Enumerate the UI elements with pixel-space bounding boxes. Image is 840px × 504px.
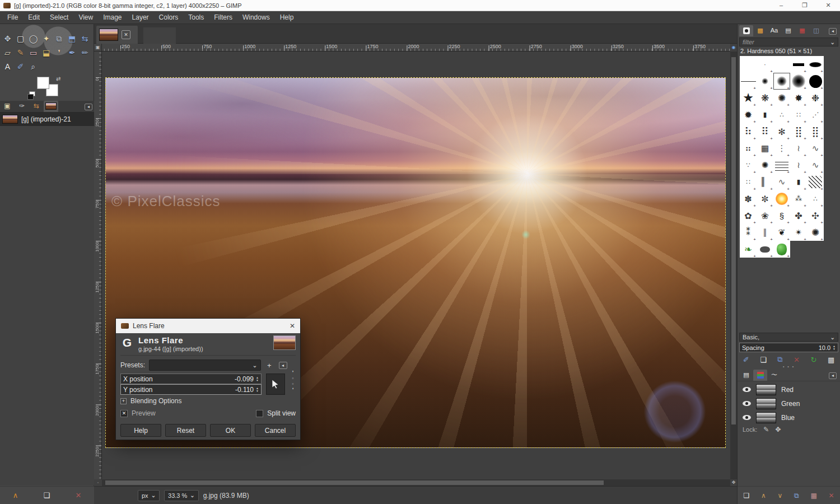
brush-star[interactable]: ★ bbox=[740, 90, 757, 106]
spacing-spinner[interactable]: ▲ ▼ bbox=[833, 345, 836, 350]
brush-hlines[interactable] bbox=[773, 157, 790, 174]
brush-sun[interactable] bbox=[773, 190, 790, 207]
blending-options-expander[interactable]: + Blending Options bbox=[120, 397, 181, 405]
tab-patterns[interactable]: ▩ bbox=[753, 25, 767, 36]
menu-windows[interactable]: Windows bbox=[237, 11, 275, 24]
clone-tool[interactable]: ⬓ bbox=[40, 46, 53, 60]
presets-select[interactable]: ⌄ bbox=[149, 360, 261, 371]
vertical-scrollbar[interactable] bbox=[730, 52, 737, 479]
y-position-slider[interactable]: Y position -0.110 ▲ ▼ bbox=[120, 384, 262, 395]
spacing-slider[interactable]: Spacing 10.0 ▲ ▼ bbox=[739, 343, 838, 352]
brush-splat-d[interactable]: ❉ bbox=[807, 90, 824, 106]
brush-fuzz-c[interactable]: ✼ bbox=[757, 190, 773, 207]
dock-menu-button[interactable]: ◂ bbox=[829, 28, 837, 35]
preview-checkbox[interactable]: ✕ bbox=[120, 410, 128, 417]
spin-down-icon[interactable]: ▼ bbox=[256, 379, 259, 382]
menu-image[interactable]: Image bbox=[98, 11, 127, 24]
brush-soft-lg[interactable] bbox=[790, 73, 807, 90]
lower-channel-button[interactable]: ∨ bbox=[777, 492, 782, 500]
spin-down-icon[interactable]: ▼ bbox=[833, 348, 836, 351]
brush-scratch[interactable]: ∿ bbox=[807, 140, 824, 157]
brush-burst[interactable]: ✴ bbox=[790, 224, 807, 241]
menu-file[interactable]: File bbox=[2, 11, 23, 24]
brush-specks-b[interactable]: ∷ bbox=[790, 106, 807, 123]
new-channel-button[interactable]: ❏ bbox=[743, 492, 749, 500]
tab-undo-history[interactable]: ⇆ bbox=[29, 101, 44, 112]
delete-image-button[interactable]: ✕ bbox=[75, 491, 81, 500]
tab-palettes[interactable]: ▦ bbox=[795, 25, 809, 36]
brush-confetti-b[interactable]: ∴ bbox=[807, 190, 824, 207]
text-tool[interactable]: A bbox=[1, 60, 14, 74]
brush-soft-md[interactable] bbox=[773, 73, 790, 90]
unit-select[interactable]: px ⌄ bbox=[138, 490, 160, 501]
zoom-select[interactable]: 33.3 % ⌄ bbox=[164, 490, 199, 501]
channel-to-selection-button[interactable]: ▦ bbox=[810, 492, 816, 500]
paths-tool[interactable]: ✐ bbox=[14, 60, 27, 74]
canvas-menu-icon[interactable]: ◉ bbox=[730, 44, 737, 52]
edit-brush-button[interactable]: ✐ bbox=[743, 356, 749, 364]
manage-presets-icon[interactable]: ◂ bbox=[279, 362, 287, 369]
lock-position-icon[interactable]: ✥ bbox=[775, 426, 781, 433]
spacing-value[interactable]: 10.0 bbox=[819, 344, 830, 351]
tab-layers[interactable]: ▤ bbox=[739, 370, 753, 381]
crop-tool[interactable]: ⧉ bbox=[53, 32, 66, 46]
brush-soft-sm[interactable] bbox=[757, 73, 773, 90]
brush-ellipse[interactable] bbox=[807, 56, 824, 73]
menu-select[interactable]: Select bbox=[45, 11, 73, 24]
brush-wilber[interactable] bbox=[757, 241, 773, 258]
lock-pixels-icon[interactable]: ✎ bbox=[763, 426, 769, 433]
menu-colors[interactable]: Colors bbox=[154, 11, 184, 24]
brush-fuzz-b[interactable]: ✽ bbox=[740, 190, 757, 207]
smudge-tool[interactable]: ❜ bbox=[53, 46, 66, 60]
tab-images[interactable] bbox=[44, 101, 58, 112]
brush-vine[interactable]: ❧ bbox=[740, 241, 757, 258]
tab-device-status[interactable]: ✑ bbox=[15, 101, 29, 112]
channel-row-green[interactable]: Green bbox=[738, 396, 840, 410]
airbrush-tool[interactable]: ✏ bbox=[78, 46, 91, 60]
brush-leafblob[interactable]: ❦ bbox=[773, 224, 790, 241]
rectangle-select-tool[interactable]: ▢ bbox=[14, 32, 27, 46]
fuzzy-select-tool[interactable]: ✦ bbox=[40, 32, 53, 46]
ok-button[interactable]: OK bbox=[210, 424, 251, 437]
y-position-spinner[interactable]: ▲ ▼ bbox=[256, 387, 259, 392]
vertical-scrollbar-thumb[interactable] bbox=[731, 57, 736, 424]
duplicate-channel-button[interactable]: ⧉ bbox=[794, 492, 799, 500]
brush-smear[interactable]: ≀ bbox=[790, 157, 807, 174]
eraser-tool[interactable]: ▭ bbox=[27, 46, 40, 60]
tab-gradients[interactable]: ◫ bbox=[809, 25, 823, 36]
brush-round-a[interactable]: ✿ bbox=[740, 207, 757, 224]
brush-splat-c[interactable]: ✸ bbox=[790, 90, 807, 106]
images-list-item[interactable]: [g] (imported)-21 bbox=[0, 113, 94, 126]
brush-splat-b[interactable]: ✺ bbox=[773, 90, 790, 106]
dock-menu-button[interactable]: ◂ bbox=[829, 372, 837, 379]
navigation-icon[interactable]: ✥ bbox=[730, 479, 737, 486]
brush-splat-b[interactable]: ✺ bbox=[807, 224, 824, 241]
duplicate-brush-button[interactable]: ⧉ bbox=[777, 355, 782, 364]
raise-displays-button[interactable]: ∧ bbox=[13, 491, 18, 500]
brush-specks-c[interactable]: ⋰ bbox=[807, 106, 824, 123]
dialog-title-bar[interactable]: Lens Flare ✕ bbox=[116, 319, 300, 333]
raise-channel-button[interactable]: ∧ bbox=[761, 492, 766, 500]
image-tab[interactable]: ✕ bbox=[96, 26, 138, 44]
brush-strokes[interactable]: ∥ bbox=[757, 224, 773, 241]
tab-document-history[interactable]: ▤ bbox=[781, 25, 795, 36]
menu-edit[interactable]: Edit bbox=[23, 11, 45, 24]
cancel-button[interactable]: Cancel bbox=[255, 424, 296, 437]
maximize-button[interactable]: ❐ bbox=[793, 0, 816, 11]
brush-cells-c[interactable]: ⣿ bbox=[790, 123, 807, 140]
default-colors-icon[interactable] bbox=[29, 91, 35, 96]
expander-plus-icon[interactable]: + bbox=[120, 398, 127, 404]
brush-round-c[interactable]: ✤ bbox=[790, 207, 807, 224]
brush-diag[interactable] bbox=[807, 174, 824, 190]
brush-squiggle[interactable]: ∿ bbox=[773, 174, 790, 190]
brush-fuzz-a[interactable]: ✻ bbox=[773, 123, 790, 140]
tab-brushes[interactable] bbox=[739, 25, 753, 36]
ink-tool[interactable]: ✒ bbox=[66, 46, 78, 60]
brush-confetti-a[interactable]: ⁂ bbox=[790, 190, 807, 207]
swap-colors-icon[interactable]: ⇄ bbox=[56, 76, 60, 82]
brush-blank[interactable] bbox=[773, 56, 790, 73]
brush-stroke-dark[interactable]: ▮ bbox=[790, 174, 807, 190]
brush-smoke[interactable]: ∿ bbox=[807, 157, 824, 174]
paintbrush-tool[interactable]: ✎ bbox=[14, 46, 27, 60]
brush-stroke-v[interactable]: ▮ bbox=[757, 106, 773, 123]
